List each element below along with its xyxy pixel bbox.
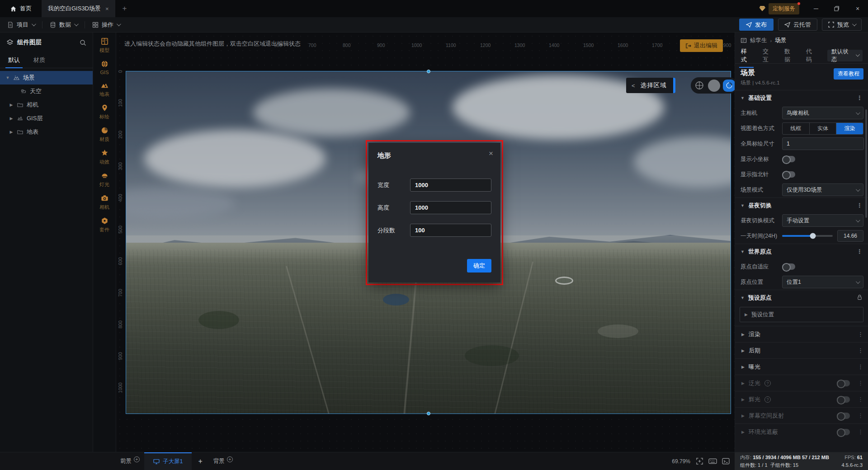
close-tab-icon[interactable]: × — [105, 5, 109, 12]
fit-screen-button[interactable] — [696, 457, 703, 465]
preview-button[interactable]: 预览 — [822, 19, 862, 31]
kebab-menu-icon[interactable]: ⋮ — [857, 202, 863, 209]
main-camera-select[interactable]: 鸟瞰相机 — [782, 107, 863, 119]
bloom-toggle[interactable] — [837, 380, 850, 386]
publish-button[interactable]: 发布 — [739, 19, 774, 31]
section-world-origin[interactable]: ▼ 世界原点 ⋮ — [735, 244, 868, 259]
dialog-close-icon[interactable]: × — [489, 149, 493, 158]
tree-item-camera[interactable]: ▶ 相机 — [0, 98, 93, 112]
kebab-menu-icon[interactable]: ⋮ — [858, 396, 863, 403]
tutorial-button[interactable]: 查看教程 — [834, 68, 863, 80]
show-axis-toggle[interactable] — [782, 156, 795, 162]
lock-icon[interactable] — [857, 294, 863, 301]
section-basic-settings[interactable]: ▼ 基础设置 ⋮ — [735, 90, 868, 105]
foreground-layer-button[interactable]: 前景 + — [116, 452, 144, 470]
menu-project[interactable]: 项目 — [0, 17, 42, 32]
solid-sphere-button[interactable] — [708, 80, 720, 92]
caret-right-icon[interactable]: ▶ — [9, 130, 14, 134]
rail-item-terrain[interactable]: 地表 — [93, 81, 116, 98]
height-input[interactable] — [410, 201, 491, 214]
section-postprocess[interactable]: ▶ 后期 ⋮ — [735, 342, 868, 358]
section-bloom[interactable]: ▶ 泛光 ? ⋮ — [735, 375, 868, 391]
ao-toggle[interactable] — [837, 429, 850, 435]
rail-item-plot[interactable]: 标绘 — [93, 103, 116, 120]
new-tab-button[interactable]: + — [115, 0, 134, 17]
minimize-button[interactable]: ─ — [806, 0, 826, 17]
width-input[interactable] — [410, 179, 491, 192]
cloud-host-button[interactable]: 云托管 — [778, 19, 817, 31]
day-time-value[interactable]: 14.66 — [837, 230, 863, 242]
plot-size-input[interactable] — [782, 137, 864, 150]
rail-item-camera[interactable]: 相机 — [93, 194, 116, 211]
background-layer-button[interactable]: 背景 + — [209, 452, 237, 470]
segments-input[interactable] — [410, 224, 491, 237]
day-time-slider[interactable] — [782, 235, 833, 237]
render-mode-button[interactable] — [723, 80, 735, 92]
rail-item-kit[interactable]: 套件 — [93, 216, 116, 233]
kebab-menu-icon[interactable]: ⋮ — [858, 331, 863, 338]
editor-canvas[interactable]: 进入编辑状态会自动隐藏其他组件图层，双击空白区域退出编辑状态 600700800… — [116, 33, 735, 452]
section-preset-origin[interactable]: ▼ 预设原点 — [735, 290, 868, 305]
console-button[interactable] — [722, 458, 730, 465]
daynight-mode-select[interactable]: 手动设置 — [782, 214, 863, 227]
kebab-menu-icon[interactable]: ⋮ — [858, 380, 863, 386]
help-icon[interactable]: ? — [764, 380, 771, 386]
rail-item-light[interactable]: 灯光 — [93, 171, 116, 188]
exit-edit-button[interactable]: 退出编辑 — [680, 39, 723, 52]
origin-auto-toggle[interactable] — [782, 263, 795, 270]
confirm-button[interactable]: 确定 — [467, 259, 491, 273]
caret-down-icon[interactable]: ▼ — [5, 75, 10, 80]
caret-right-icon[interactable]: ▶ — [9, 116, 14, 121]
rail-item-model[interactable]: 模型 — [93, 37, 116, 54]
inspector-scrollbar[interactable] — [865, 109, 867, 218]
tree-item-sky[interactable]: 天空 — [0, 85, 93, 98]
add-background-icon[interactable]: + — [227, 456, 233, 462]
rail-item-gis[interactable]: GIS — [93, 60, 116, 75]
section-daynight[interactable]: ▼ 昼夜切换 ⋮ — [735, 197, 868, 213]
add-screen-button[interactable]: + — [192, 452, 208, 470]
slider-knob[interactable] — [810, 233, 816, 239]
section-ssr[interactable]: ▶ 屏幕空间反射 ⋮ — [735, 407, 868, 423]
sidebar-tab-material[interactable]: 材质 — [33, 53, 46, 68]
tab-document[interactable]: 我的空白GIS3D场景 × — [42, 0, 115, 17]
zoom-level[interactable]: 69.79% — [672, 458, 690, 465]
custom-service-button[interactable]: 定制服务 — [769, 3, 799, 14]
kebab-menu-icon[interactable]: ⋮ — [858, 428, 863, 435]
menu-data[interactable]: 数据 — [42, 17, 85, 32]
kebab-menu-icon[interactable]: ⋮ — [857, 248, 863, 255]
segment-rendered[interactable]: 渲染 — [836, 123, 863, 134]
kebab-menu-icon[interactable]: ⋮ — [858, 363, 863, 370]
section-render[interactable]: ▶ 渲染 ⋮ — [735, 326, 868, 342]
tree-item-scene[interactable]: ▼ 场景 — [0, 71, 93, 85]
show-compass-toggle[interactable] — [782, 171, 795, 178]
menu-operation[interactable]: 操作 — [85, 17, 127, 32]
tree-item-gis-layer[interactable]: ▶ GIS层 — [0, 112, 93, 125]
restore-button[interactable] — [826, 0, 847, 17]
select-area-control[interactable]: < 选择区域 — [626, 78, 675, 93]
tree-item-terrain[interactable]: ▶ 地表 — [0, 125, 93, 139]
shortcut-keyboard-button[interactable] — [708, 458, 717, 465]
segment-solid[interactable]: 实体 — [809, 123, 836, 134]
section-ao[interactable]: ▶ 环境光遮蔽 ⋮ — [735, 423, 868, 440]
preset-position-row[interactable]: ▶ 预设位置 — [740, 307, 863, 322]
rail-item-material[interactable]: 材质 — [93, 126, 116, 143]
ssr-toggle[interactable] — [837, 413, 850, 419]
rail-item-effect[interactable]: 动效 — [93, 149, 116, 165]
kebab-menu-icon[interactable]: ⋮ — [858, 412, 863, 419]
help-icon[interactable]: ? — [764, 396, 771, 403]
close-window-button[interactable]: × — [847, 0, 868, 17]
kebab-menu-icon[interactable]: ⋮ — [857, 94, 863, 101]
sidebar-tab-default[interactable]: 默认 — [7, 53, 21, 68]
scene-mode-select[interactable]: 仅使用3D场景 — [782, 183, 863, 196]
origin-position-select[interactable]: 位置1 — [782, 276, 863, 288]
kebab-menu-icon[interactable]: ⋮ — [858, 347, 863, 354]
section-glow[interactable]: ▶ 辉光 ? ⋮ — [735, 391, 868, 407]
selection-handle-top[interactable] — [427, 70, 430, 73]
add-foreground-icon[interactable]: + — [134, 456, 140, 462]
back-chevron-icon[interactable]: < — [626, 82, 641, 89]
caret-right-icon[interactable]: ▶ — [9, 103, 14, 107]
tab-home[interactable]: 首页 — [0, 0, 42, 17]
selection-handle-bottom[interactable] — [427, 412, 430, 415]
segment-wireframe[interactable]: 线框 — [783, 123, 809, 134]
glow-toggle[interactable] — [837, 396, 850, 403]
